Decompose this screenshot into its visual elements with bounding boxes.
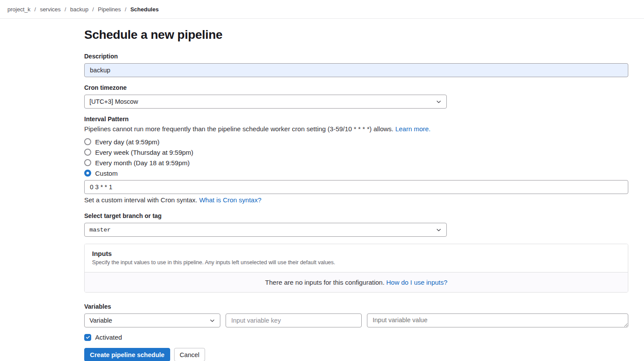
chevron-down-icon	[209, 318, 215, 324]
custom-cron-help: Set a custom interval with Cron syntax. …	[84, 196, 628, 204]
breadcrumb-separator: /	[125, 6, 127, 13]
interval-pattern-label: Interval Pattern	[84, 116, 628, 123]
interval-option-label: Every month (Day 18 at 9:59pm)	[95, 159, 190, 167]
radio-icon[interactable]	[84, 170, 91, 177]
interval-pattern-help: Pipelines cannot run more frequently tha…	[84, 125, 628, 133]
variables-label: Variables	[84, 303, 628, 310]
breadcrumb-item-backup[interactable]: backup	[70, 6, 89, 13]
breadcrumb-item-project[interactable]: project_k	[7, 6, 31, 13]
create-pipeline-schedule-button[interactable]: Create pipeline schedule	[84, 348, 170, 361]
activated-checkbox-row[interactable]: Activated	[84, 334, 628, 341]
inputs-empty-text: There are no inputs for this configurati…	[265, 279, 385, 286]
inputs-card: Inputs Specify the input values to use i…	[84, 244, 628, 293]
interval-option-every-week[interactable]: Every week (Thursday at 9:59pm)	[84, 147, 628, 157]
variable-key-input[interactable]	[226, 313, 362, 327]
description-label: Description	[84, 53, 628, 60]
cron-timezone-selected-value: [UTC+3] Moscow	[89, 98, 138, 105]
variables-row: Variable	[84, 313, 628, 327]
chevron-down-icon	[436, 99, 442, 105]
target-branch-select[interactable]: master	[84, 223, 447, 237]
interval-option-custom[interactable]: Custom	[84, 168, 628, 178]
description-input[interactable]	[84, 63, 628, 77]
learn-more-link[interactable]: Learn more.	[395, 125, 431, 133]
inputs-help-link[interactable]: How do I use inputs?	[386, 279, 447, 286]
inputs-card-description: Specify the input values to use in this …	[92, 259, 620, 266]
cron-timezone-group: Cron timezone [UTC+3] Moscow	[84, 84, 628, 109]
form-actions: Create pipeline schedule Cancel	[84, 348, 628, 361]
interval-options: Every day (at 9:59pm) Every week (Thursd…	[84, 136, 628, 178]
radio-icon[interactable]	[84, 149, 91, 156]
breadcrumb-separator: /	[92, 6, 94, 13]
interval-option-every-month[interactable]: Every month (Day 18 at 9:59pm)	[84, 157, 628, 168]
cron-syntax-link[interactable]: What is Cron syntax?	[199, 196, 261, 204]
breadcrumb-separator: /	[65, 6, 66, 13]
description-group: Description	[84, 53, 628, 77]
custom-cron-help-text: Set a custom interval with Cron syntax.	[84, 196, 197, 204]
inputs-card-title: Inputs	[92, 250, 620, 257]
interval-option-every-day[interactable]: Every day (at 9:59pm)	[84, 136, 628, 147]
interval-pattern-group: Interval Pattern Pipelines cannot run mo…	[84, 116, 628, 204]
variable-value-textarea[interactable]	[367, 313, 628, 327]
breadcrumb-separator: /	[34, 6, 36, 13]
interval-option-label: Every week (Thursday at 9:59pm)	[95, 149, 193, 156]
cancel-button[interactable]: Cancel	[174, 348, 205, 361]
breadcrumb-item-services[interactable]: services	[40, 6, 61, 13]
cron-timezone-select[interactable]: [UTC+3] Moscow	[84, 95, 447, 109]
activated-label: Activated	[95, 334, 122, 341]
breadcrumb-item-schedules: Schedules	[130, 6, 159, 13]
page-title: Schedule a new pipeline	[84, 28, 628, 42]
interval-option-label: Custom	[95, 170, 118, 177]
interval-pattern-help-text: Pipelines cannot run more frequently tha…	[84, 125, 394, 133]
schedule-form: Schedule a new pipeline Description Cron…	[84, 28, 628, 361]
variables-group: Variables Variable	[84, 303, 628, 327]
radio-icon[interactable]	[84, 159, 91, 166]
variable-type-selected-value: Variable	[89, 317, 112, 324]
interval-option-label: Every day (at 9:59pm)	[95, 138, 160, 146]
chevron-down-icon	[436, 227, 442, 233]
inputs-empty-state: There are no inputs for this configurati…	[85, 272, 628, 292]
cron-timezone-label: Cron timezone	[84, 84, 628, 91]
breadcrumb-item-pipelines[interactable]: Pipelines	[98, 6, 121, 13]
custom-cron-input[interactable]	[84, 180, 628, 194]
target-branch-group: Select target branch or tag master	[84, 212, 628, 237]
inputs-card-header: Inputs Specify the input values to use i…	[85, 244, 628, 272]
breadcrumb: project_k / services / backup / Pipeline…	[0, 0, 644, 19]
target-branch-selected-value: master	[89, 227, 111, 233]
variable-type-select[interactable]: Variable	[84, 313, 220, 327]
radio-icon[interactable]	[84, 138, 91, 145]
target-branch-label: Select target branch or tag	[84, 212, 628, 219]
checkbox-icon[interactable]	[84, 334, 91, 341]
